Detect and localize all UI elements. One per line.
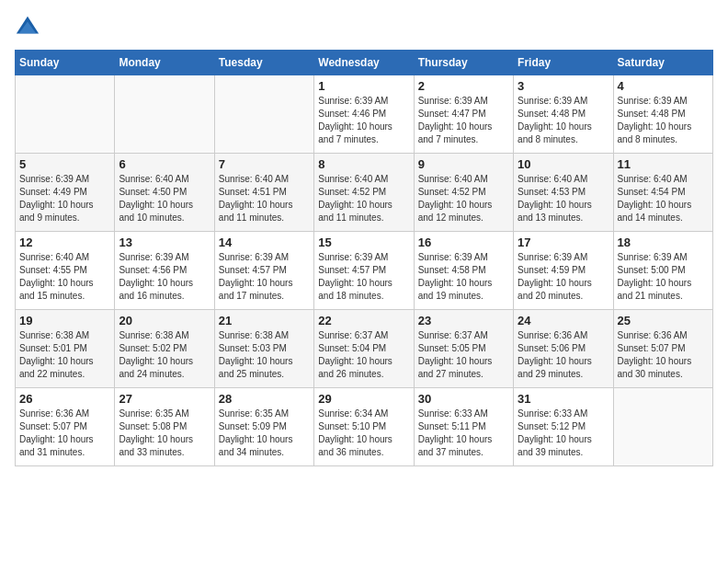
- day-number: 12: [19, 236, 110, 249]
- day-cell: 8Sunrise: 6:40 AMSunset: 4:52 PMDaylight…: [314, 154, 414, 232]
- day-info: Sunrise: 6:40 AMSunset: 4:54 PMDaylight:…: [618, 173, 709, 224]
- day-cell: 4Sunrise: 6:39 AMSunset: 4:48 PMDaylight…: [613, 75, 712, 154]
- day-number: 9: [418, 157, 509, 171]
- day-number: 29: [318, 392, 409, 406]
- day-number: 31: [518, 392, 609, 406]
- day-info: Sunrise: 6:39 AMSunset: 4:48 PMDaylight:…: [618, 95, 709, 146]
- day-cell: [613, 388, 712, 466]
- header-cell-tuesday: Tuesday: [214, 51, 313, 75]
- day-number: 26: [19, 392, 110, 406]
- day-info: Sunrise: 6:39 AMSunset: 4:57 PMDaylight:…: [318, 251, 409, 303]
- logo: [15, 15, 44, 40]
- day-cell: 9Sunrise: 6:40 AMSunset: 4:52 PMDaylight…: [414, 154, 513, 232]
- day-info: Sunrise: 6:38 AMSunset: 5:01 PMDaylight:…: [19, 329, 110, 381]
- day-number: 5: [19, 157, 110, 171]
- day-number: 2: [418, 79, 509, 93]
- day-info: Sunrise: 6:39 AMSunset: 4:57 PMDaylight:…: [219, 251, 310, 303]
- day-number: 20: [119, 314, 210, 327]
- day-info: Sunrise: 6:36 AMSunset: 5:07 PMDaylight:…: [19, 408, 110, 459]
- day-cell: 7Sunrise: 6:40 AMSunset: 4:51 PMDaylight…: [214, 154, 313, 232]
- header-cell-thursday: Thursday: [414, 51, 513, 75]
- week-row-3: 12Sunrise: 6:40 AMSunset: 4:55 PMDayligh…: [16, 232, 713, 310]
- day-cell: 11Sunrise: 6:40 AMSunset: 4:54 PMDayligh…: [613, 154, 712, 232]
- day-cell: 22Sunrise: 6:37 AMSunset: 5:04 PMDayligh…: [314, 310, 414, 388]
- day-cell: [16, 75, 115, 154]
- day-cell: 21Sunrise: 6:38 AMSunset: 5:03 PMDayligh…: [214, 310, 313, 388]
- day-cell: 29Sunrise: 6:34 AMSunset: 5:10 PMDayligh…: [314, 388, 414, 466]
- day-cell: 19Sunrise: 6:38 AMSunset: 5:01 PMDayligh…: [16, 310, 115, 388]
- day-cell: 2Sunrise: 6:39 AMSunset: 4:47 PMDaylight…: [414, 75, 513, 154]
- week-row-2: 5Sunrise: 6:39 AMSunset: 4:49 PMDaylight…: [16, 154, 713, 232]
- day-cell: 17Sunrise: 6:39 AMSunset: 4:59 PMDayligh…: [514, 232, 613, 310]
- day-cell: 23Sunrise: 6:37 AMSunset: 5:05 PMDayligh…: [414, 310, 513, 388]
- day-cell: 27Sunrise: 6:35 AMSunset: 5:08 PMDayligh…: [115, 388, 214, 466]
- day-info: Sunrise: 6:35 AMSunset: 5:09 PMDaylight:…: [219, 408, 310, 459]
- day-number: 1: [318, 79, 409, 93]
- week-row-4: 19Sunrise: 6:38 AMSunset: 5:01 PMDayligh…: [16, 310, 713, 388]
- day-info: Sunrise: 6:39 AMSunset: 4:49 PMDaylight:…: [19, 173, 110, 224]
- day-info: Sunrise: 6:40 AMSunset: 4:50 PMDaylight:…: [119, 173, 210, 224]
- day-info: Sunrise: 6:39 AMSunset: 4:46 PMDaylight:…: [318, 95, 409, 146]
- header-cell-wednesday: Wednesday: [314, 51, 414, 75]
- day-number: 13: [119, 236, 210, 249]
- day-number: 28: [219, 392, 310, 406]
- day-info: Sunrise: 6:40 AMSunset: 4:51 PMDaylight:…: [219, 173, 310, 224]
- day-cell: 3Sunrise: 6:39 AMSunset: 4:48 PMDaylight…: [514, 75, 613, 154]
- day-number: 7: [219, 157, 310, 171]
- day-cell: 26Sunrise: 6:36 AMSunset: 5:07 PMDayligh…: [16, 388, 115, 466]
- day-number: 19: [19, 314, 110, 327]
- day-number: 3: [518, 79, 609, 93]
- day-info: Sunrise: 6:37 AMSunset: 5:05 PMDaylight:…: [418, 329, 509, 381]
- day-cell: 1Sunrise: 6:39 AMSunset: 4:46 PMDaylight…: [314, 75, 414, 154]
- day-info: Sunrise: 6:38 AMSunset: 5:02 PMDaylight:…: [119, 329, 210, 381]
- page-header: [15, 15, 713, 40]
- day-number: 16: [418, 236, 509, 249]
- day-number: 15: [318, 236, 409, 249]
- day-number: 6: [119, 157, 210, 171]
- day-cell: [214, 75, 313, 154]
- day-cell: [115, 75, 214, 154]
- day-cell: 24Sunrise: 6:36 AMSunset: 5:06 PMDayligh…: [514, 310, 613, 388]
- calendar-header: SundayMondayTuesdayWednesdayThursdayFrid…: [16, 51, 713, 75]
- day-info: Sunrise: 6:36 AMSunset: 5:07 PMDaylight:…: [618, 329, 709, 381]
- day-info: Sunrise: 6:39 AMSunset: 5:00 PMDaylight:…: [618, 251, 709, 303]
- day-number: 11: [618, 157, 709, 171]
- day-info: Sunrise: 6:35 AMSunset: 5:08 PMDaylight:…: [119, 408, 210, 459]
- day-cell: 25Sunrise: 6:36 AMSunset: 5:07 PMDayligh…: [613, 310, 712, 388]
- day-number: 14: [219, 236, 310, 249]
- day-number: 18: [618, 236, 709, 249]
- day-info: Sunrise: 6:39 AMSunset: 4:58 PMDaylight:…: [418, 251, 509, 303]
- day-number: 10: [518, 157, 609, 171]
- calendar-body: 1Sunrise: 6:39 AMSunset: 4:46 PMDaylight…: [16, 75, 713, 466]
- header-cell-friday: Friday: [514, 51, 613, 75]
- day-cell: 20Sunrise: 6:38 AMSunset: 5:02 PMDayligh…: [115, 310, 214, 388]
- header-cell-saturday: Saturday: [613, 51, 712, 75]
- day-info: Sunrise: 6:40 AMSunset: 4:55 PMDaylight:…: [19, 251, 110, 303]
- day-cell: 10Sunrise: 6:40 AMSunset: 4:53 PMDayligh…: [514, 154, 613, 232]
- day-number: 17: [518, 236, 609, 249]
- week-row-1: 1Sunrise: 6:39 AMSunset: 4:46 PMDaylight…: [16, 75, 713, 154]
- calendar-table: SundayMondayTuesdayWednesdayThursdayFrid…: [15, 50, 713, 466]
- day-info: Sunrise: 6:37 AMSunset: 5:04 PMDaylight:…: [318, 329, 409, 381]
- header-cell-sunday: Sunday: [16, 51, 115, 75]
- day-info: Sunrise: 6:36 AMSunset: 5:06 PMDaylight:…: [518, 329, 609, 381]
- day-number: 8: [318, 157, 409, 171]
- day-info: Sunrise: 6:39 AMSunset: 4:47 PMDaylight:…: [418, 95, 509, 146]
- day-cell: 13Sunrise: 6:39 AMSunset: 4:56 PMDayligh…: [115, 232, 214, 310]
- day-number: 25: [618, 314, 709, 327]
- day-info: Sunrise: 6:34 AMSunset: 5:10 PMDaylight:…: [318, 408, 409, 459]
- day-info: Sunrise: 6:39 AMSunset: 4:59 PMDaylight:…: [518, 251, 609, 303]
- day-cell: 14Sunrise: 6:39 AMSunset: 4:57 PMDayligh…: [214, 232, 313, 310]
- day-cell: 5Sunrise: 6:39 AMSunset: 4:49 PMDaylight…: [16, 154, 115, 232]
- logo-icon: [15, 15, 40, 40]
- header-cell-monday: Monday: [115, 51, 214, 75]
- day-info: Sunrise: 6:38 AMSunset: 5:03 PMDaylight:…: [219, 329, 310, 381]
- day-info: Sunrise: 6:39 AMSunset: 4:56 PMDaylight:…: [119, 251, 210, 303]
- day-info: Sunrise: 6:39 AMSunset: 4:48 PMDaylight:…: [518, 95, 609, 146]
- day-info: Sunrise: 6:40 AMSunset: 4:52 PMDaylight:…: [318, 173, 409, 224]
- day-cell: 28Sunrise: 6:35 AMSunset: 5:09 PMDayligh…: [214, 388, 313, 466]
- day-number: 4: [618, 79, 709, 93]
- day-number: 30: [418, 392, 509, 406]
- day-cell: 18Sunrise: 6:39 AMSunset: 5:00 PMDayligh…: [613, 232, 712, 310]
- week-row-5: 26Sunrise: 6:36 AMSunset: 5:07 PMDayligh…: [16, 388, 713, 466]
